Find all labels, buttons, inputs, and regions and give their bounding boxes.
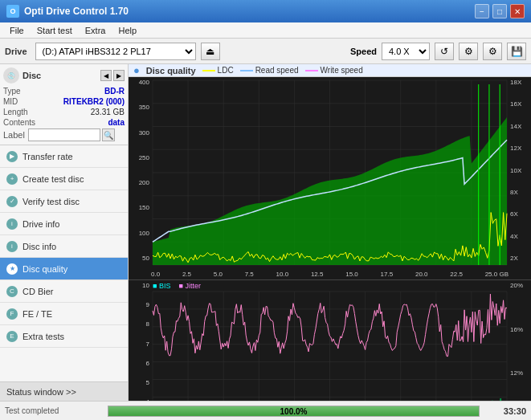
disc-label-label: Label: [3, 130, 25, 140]
sidebar-label-transfer-rate: Transfer rate: [22, 152, 73, 161]
chart2: ■ BIS ■ Jitter 10 9 8 7 6 5 4 3 2 1: [129, 280, 531, 401]
disc-next-btn[interactable]: ▶: [113, 70, 125, 81]
app-icon: O: [6, 5, 19, 18]
legend-write-speed: Write speed: [305, 66, 363, 75]
sidebar: 💿 Disc ◀ ▶ Type BD-R MID RITEKBR2 (000) …: [0, 64, 129, 401]
sidebar-item-disc-quality[interactable]: ★ Disc quality: [0, 258, 128, 280]
maximize-button[interactable]: □: [492, 4, 507, 18]
sidebar-item-create-test-disc[interactable]: + Create test disc: [0, 168, 128, 190]
disc-icon: 💿: [3, 67, 19, 84]
sidebar-label-extra-tests: Extra tests: [22, 332, 64, 341]
eject-button[interactable]: ⏏: [201, 43, 220, 60]
save-button[interactable]: 💾: [507, 43, 526, 60]
status-window-label: Status window >>: [6, 387, 76, 397]
disc-title: Disc: [22, 71, 41, 80]
menu-extra[interactable]: Extra: [79, 25, 112, 36]
sidebar-label-disc-quality: Disc quality: [22, 264, 67, 274]
chart-header: ● Disc quality LDC Read speed Write spee…: [129, 64, 531, 77]
title-bar: O Opti Drive Control 1.70 − □ ✕: [0, 0, 531, 22]
fe-te-icon: F: [6, 308, 18, 320]
create-test-disc-icon: +: [6, 173, 18, 185]
menu-file[interactable]: File: [3, 25, 31, 36]
speed-select[interactable]: 4.0 X: [382, 43, 430, 60]
disc-prev-btn[interactable]: ◀: [100, 70, 112, 81]
mid-value: RITEKBR2 (000): [63, 97, 125, 106]
minimize-button[interactable]: −: [475, 4, 489, 18]
menu-bar: File Start test Extra Help: [0, 22, 531, 39]
time-display: 33:30: [486, 406, 526, 416]
settings-button1[interactable]: ⚙: [459, 43, 478, 60]
speed-label: Speed: [350, 47, 377, 56]
verify-test-disc-icon: ✓: [6, 196, 18, 207]
window-controls: − □ ✕: [475, 4, 525, 18]
settings-button2[interactable]: ⚙: [483, 43, 502, 60]
contents-label: Contents: [3, 118, 35, 127]
status-text: Test completed: [5, 406, 101, 415]
legend-ldc: LDC: [202, 66, 234, 75]
length-label: Length: [3, 108, 28, 116]
sidebar-label-drive-info: Drive info: [22, 219, 59, 229]
content-area: ● Disc quality LDC Read speed Write spee…: [129, 64, 531, 401]
legend-read-speed-label: Read speed: [255, 66, 299, 75]
status-window-button[interactable]: Status window >>: [0, 381, 128, 401]
length-value: 23.31 GB: [91, 108, 125, 116]
menu-start-test[interactable]: Start test: [31, 25, 79, 36]
sidebar-label-verify-test-disc: Verify test disc: [22, 197, 80, 206]
chart1: 400 350 300 250 200 150 100 50 18X 16X 1…: [129, 77, 531, 280]
sidebar-item-disc-info[interactable]: i Disc info: [0, 235, 128, 258]
sidebar-item-cd-bier[interactable]: C CD Bier: [0, 280, 128, 303]
sidebar-item-drive-info[interactable]: i Drive info: [0, 213, 128, 235]
app-title: Opti Drive Control 1.70: [24, 6, 129, 17]
contents-value: data: [108, 118, 125, 127]
cd-bier-icon: C: [6, 286, 18, 297]
sidebar-label-fe-te: FE / TE: [22, 309, 52, 319]
mid-label: MID: [3, 97, 18, 106]
sidebar-label-cd-bier: CD Bier: [22, 287, 54, 296]
charts-area: 400 350 300 250 200 150 100 50 18X 16X 1…: [129, 77, 531, 401]
sidebar-item-verify-test-disc[interactable]: ✓ Verify test disc: [0, 190, 128, 213]
close-button[interactable]: ✕: [510, 4, 525, 18]
disc-info-icon: i: [6, 241, 18, 252]
transfer-rate-icon: ▶: [6, 151, 18, 162]
disc-quality-icon: ★: [6, 263, 18, 275]
type-value: BD-R: [104, 87, 125, 96]
type-label: Type: [3, 87, 21, 96]
disc-panel: 💿 Disc ◀ ▶ Type BD-R MID RITEKBR2 (000) …: [0, 64, 128, 145]
drive-select[interactable]: (D:) ATAPI iHBS312 2 PL17: [35, 43, 196, 60]
main-layout: 💿 Disc ◀ ▶ Type BD-R MID RITEKBR2 (000) …: [0, 64, 531, 401]
sidebar-item-extra-tests[interactable]: E Extra tests: [0, 325, 128, 348]
legend-read-speed: Read speed: [240, 66, 299, 75]
sidebar-menu: ▶ Transfer rate + Create test disc ✓ Ver…: [0, 145, 128, 381]
chart-title: Disc quality: [146, 66, 196, 75]
disc-label-input[interactable]: [28, 128, 100, 141]
legend-write-speed-label: Write speed: [321, 66, 363, 75]
legend-ldc-label: LDC: [218, 66, 234, 75]
status-bar: Test completed 100.0% 33:30: [0, 401, 531, 420]
disc-label-apply-btn[interactable]: 🔍: [102, 128, 115, 141]
sidebar-label-create-test-disc: Create test disc: [22, 174, 84, 184]
toolbar: Drive (D:) ATAPI iHBS312 2 PL17 ⏏ Speed …: [0, 39, 531, 64]
sidebar-item-fe-te[interactable]: F FE / TE: [0, 303, 128, 325]
sidebar-item-transfer-rate[interactable]: ▶ Transfer rate: [0, 145, 128, 168]
refresh-button[interactable]: ↺: [435, 43, 454, 60]
progress-text: 100.0%: [280, 406, 308, 415]
sidebar-label-disc-info: Disc info: [22, 242, 56, 251]
menu-help[interactable]: Help: [112, 25, 143, 36]
drive-info-icon: i: [6, 218, 18, 230]
extra-tests-icon: E: [6, 331, 18, 342]
drive-label: Drive: [5, 47, 27, 56]
progress-bar: 100.0%: [108, 406, 480, 417]
